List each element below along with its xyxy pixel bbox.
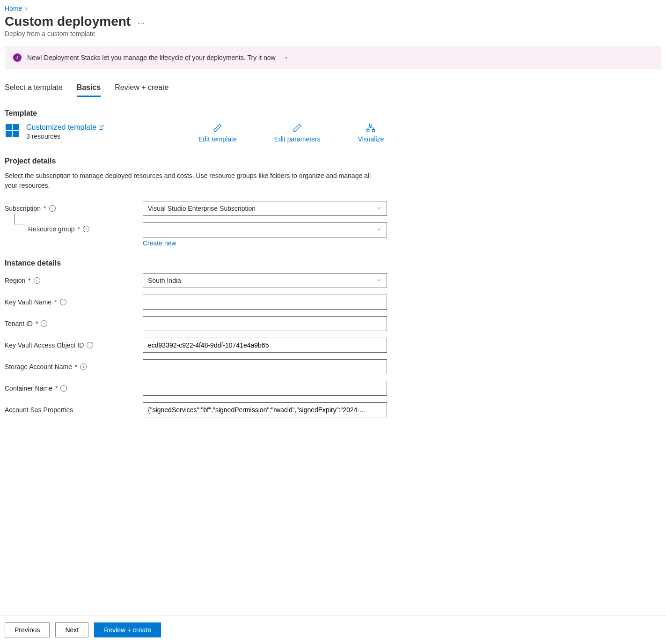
arrow-right-icon: → xyxy=(282,54,289,61)
svg-rect-1 xyxy=(367,129,369,132)
svg-rect-0 xyxy=(370,124,372,126)
project-details-description: Select the subscription to manage deploy… xyxy=(5,171,374,191)
more-actions-button[interactable]: … xyxy=(137,17,145,26)
account-sas-properties-label: Account Sas Properties xyxy=(5,406,73,414)
account-sas-properties-input[interactable] xyxy=(143,402,387,417)
info-icon[interactable]: i xyxy=(60,385,67,392)
info-icon[interactable]: i xyxy=(34,277,40,284)
info-icon[interactable]: i xyxy=(87,342,93,348)
customized-template-link[interactable]: Customized template xyxy=(26,123,104,132)
info-icon[interactable]: i xyxy=(60,299,66,305)
info-icon[interactable]: i xyxy=(41,320,47,327)
tenant-id-input[interactable] xyxy=(143,316,387,331)
subscription-value: Visual Studio Enterprise Subscription xyxy=(148,205,256,212)
required-indicator: * xyxy=(36,320,38,327)
storage-account-name-label: Storage Account Name xyxy=(5,363,72,370)
breadcrumb: Home › xyxy=(5,5,661,12)
tab-review-create[interactable]: Review + create xyxy=(115,83,168,97)
rocket-icon xyxy=(13,53,22,62)
info-icon[interactable]: i xyxy=(80,363,87,370)
template-grid-icon xyxy=(5,123,20,138)
container-name-label: Container Name xyxy=(5,385,52,392)
tenant-id-label: Tenant ID xyxy=(5,320,33,327)
required-indicator: * xyxy=(28,277,30,284)
template-link-label: Customized template xyxy=(26,123,96,132)
info-icon[interactable]: i xyxy=(83,226,89,232)
region-value: South India xyxy=(148,277,181,284)
edit-template-label: Edit template xyxy=(198,135,237,143)
chevron-down-icon xyxy=(376,277,382,284)
banner-text: New! Deployment Stacks let you manage th… xyxy=(27,54,276,61)
required-indicator: * xyxy=(44,205,46,212)
region-select[interactable]: South India xyxy=(143,273,387,288)
container-name-input[interactable] xyxy=(143,381,387,396)
breadcrumb-home[interactable]: Home xyxy=(5,5,22,12)
region-label: Region xyxy=(5,277,25,284)
subscription-label: Subscription xyxy=(5,205,41,212)
page-title: Custom deployment xyxy=(5,14,131,29)
external-link-icon xyxy=(98,125,104,130)
storage-account-name-input[interactable] xyxy=(143,359,387,374)
tabs: Select a template Basics Review + create xyxy=(5,83,661,97)
template-resources-count: 3 resources xyxy=(26,133,104,140)
info-icon[interactable]: i xyxy=(49,205,56,212)
visualize-label: Visualize xyxy=(358,135,384,143)
kv-access-object-id-label: Key Vault Access Object ID xyxy=(5,341,84,349)
tab-select-template[interactable]: Select a template xyxy=(5,83,63,97)
edit-template-button[interactable]: Edit template xyxy=(198,123,237,143)
tab-basics[interactable]: Basics xyxy=(77,83,101,97)
svg-rect-2 xyxy=(373,129,375,132)
chevron-right-icon: › xyxy=(25,5,27,12)
key-vault-name-input[interactable] xyxy=(143,295,387,310)
key-vault-name-label: Key Vault Name xyxy=(5,298,51,306)
edit-parameters-label: Edit parameters xyxy=(274,135,321,143)
hierarchy-icon xyxy=(366,123,375,133)
instance-details-heading: Instance details xyxy=(5,259,661,267)
required-indicator: * xyxy=(54,298,57,306)
pencil-icon xyxy=(293,123,302,133)
deployment-stacks-banner[interactable]: New! Deployment Stacks let you manage th… xyxy=(5,46,661,69)
edit-parameters-button[interactable]: Edit parameters xyxy=(274,123,321,143)
page-subtitle: Deploy from a custom template xyxy=(5,30,661,37)
required-indicator: * xyxy=(75,363,77,370)
resource-group-select[interactable] xyxy=(143,222,387,237)
pencil-icon xyxy=(213,123,222,133)
project-details-heading: Project details xyxy=(5,157,661,165)
indent-line xyxy=(14,214,24,224)
required-indicator: * xyxy=(78,225,80,233)
required-indicator: * xyxy=(55,385,58,392)
resource-group-label: Resource group xyxy=(28,225,75,233)
visualize-button[interactable]: Visualize xyxy=(358,123,384,143)
kv-access-object-id-input[interactable] xyxy=(143,338,387,353)
chevron-down-icon xyxy=(376,205,382,212)
chevron-down-icon xyxy=(376,226,382,234)
create-new-link[interactable]: Create new xyxy=(143,239,176,247)
subscription-select[interactable]: Visual Studio Enterprise Subscription xyxy=(143,201,387,216)
template-heading: Template xyxy=(5,109,661,118)
